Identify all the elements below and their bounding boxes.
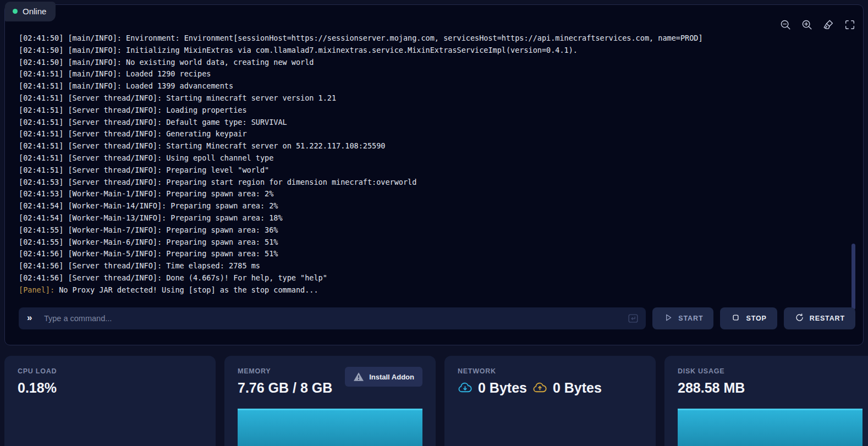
console-toolbar xyxy=(779,18,856,31)
panel-prefix: [Panel]: xyxy=(19,285,54,294)
panel-text: No Proxy JAR detected! Using [stop] as t… xyxy=(54,285,318,294)
stats-row: CPU LOAD 0.18% MEMORY 7.76 GB / 8 GB Ins… xyxy=(4,356,868,446)
cloud-upload-icon xyxy=(532,381,547,395)
memory-card: MEMORY 7.76 GB / 8 GB Install Addon xyxy=(224,356,436,446)
zoom-in-icon[interactable] xyxy=(800,18,814,31)
console-line: [02:41:54] [Worker-Main-13/INFO]: Prepar… xyxy=(19,212,854,224)
play-icon xyxy=(663,312,673,324)
clear-console-icon[interactable] xyxy=(822,18,835,31)
console-line: [02:41:51] [main/INFO]: Loaded 1399 adva… xyxy=(19,80,854,92)
stop-icon xyxy=(730,312,741,324)
network-download-value: 0 Bytes xyxy=(478,380,527,396)
install-addon-label: Install Addon xyxy=(369,373,414,381)
console-scrollbar-thumb[interactable] xyxy=(851,244,855,310)
disk-usage-value: 288.58 MB xyxy=(678,380,862,396)
command-input[interactable] xyxy=(19,307,646,329)
stop-button-label: STOP xyxy=(746,315,766,322)
restart-button[interactable]: RESTART xyxy=(784,307,855,329)
console-line: [02:41:51] [main/INFO]: Loaded 1290 reci… xyxy=(19,68,854,80)
console-line: [02:41:56] [Server thread/INFO]: Time el… xyxy=(19,260,854,272)
console-line: [02:41:50] [main/INFO]: Initializing Mix… xyxy=(19,45,854,57)
command-bar: » START STOP RESTART xyxy=(19,307,855,329)
disk-usage-chart xyxy=(678,409,862,446)
console-line: [02:41:51] [Server thread/INFO]: Prepari… xyxy=(19,164,854,177)
disk-usage-card: DISK USAGE 288.58 MB xyxy=(664,356,868,446)
start-button[interactable]: START xyxy=(652,307,713,329)
console-line: [02:41:55] [Worker-Main-6/INFO]: Prepari… xyxy=(19,236,854,249)
network-card: NETWORK 0 Bytes 0 Bytes xyxy=(444,356,656,446)
cpu-load-label: CPU LOAD xyxy=(18,367,202,375)
install-addon-button[interactable]: Install Addon xyxy=(345,367,422,387)
disk-usage-label: DISK USAGE xyxy=(678,367,862,375)
network-upload-value: 0 Bytes xyxy=(553,380,602,396)
console-line: [02:41:54] [Worker-Main-14/INFO]: Prepar… xyxy=(19,200,854,212)
network-label: NETWORK xyxy=(458,367,642,375)
console-line: [02:41:51] [Server thread/INFO]: Startin… xyxy=(19,140,854,152)
enter-key-icon xyxy=(627,312,639,327)
fullscreen-icon[interactable] xyxy=(843,18,856,31)
stop-button[interactable]: STOP xyxy=(720,307,777,329)
restart-icon xyxy=(794,312,805,324)
command-input-wrap: » xyxy=(19,307,646,329)
cpu-load-card: CPU LOAD 0.18% xyxy=(4,356,216,446)
network-values: 0 Bytes 0 Bytes xyxy=(458,380,642,396)
console-line: [02:41:53] [Server thread/INFO]: Prepari… xyxy=(19,177,854,189)
cpu-load-value: 0.18% xyxy=(18,380,202,396)
status-label: Online xyxy=(23,7,46,16)
console-line: [02:41:56] [Server thread/INFO]: Done (4… xyxy=(19,272,854,284)
restart-button-label: RESTART xyxy=(810,315,845,322)
console-line-panel: [Panel]: No Proxy JAR detected! Using [s… xyxy=(19,284,854,296)
console-line: [02:41:56] [Worker-Main-5/INFO]: Prepari… xyxy=(19,248,854,260)
console-log[interactable]: [02:41:50] [main/INFO]: Environment: Env… xyxy=(19,32,854,301)
double-chevron-right-icon: » xyxy=(27,312,32,324)
console-line: [02:41:51] [Server thread/INFO]: Default… xyxy=(19,117,854,129)
console-line: [02:41:50] [main/INFO]: No existing worl… xyxy=(19,57,854,69)
console-line: [02:41:51] [Server thread/INFO]: Using e… xyxy=(19,152,854,164)
console-line: [02:41:51] [Server thread/INFO]: Loading… xyxy=(19,104,854,117)
console-panel: [02:41:50] [main/INFO]: Environment: Env… xyxy=(4,4,864,345)
memory-usage-chart xyxy=(238,409,422,446)
status-badge: Online xyxy=(5,2,56,21)
console-line: [02:41:53] [Worker-Main-1/INFO]: Prepari… xyxy=(19,188,854,200)
console-line: [02:41:51] [Server thread/INFO]: Startin… xyxy=(19,92,854,104)
warning-icon xyxy=(353,372,364,382)
online-status-dot-icon xyxy=(13,9,18,14)
console-line: [02:41:50] [main/INFO]: Environment: Env… xyxy=(19,32,854,45)
console-line: [02:41:55] [Worker-Main-7/INFO]: Prepari… xyxy=(19,224,854,236)
cloud-download-icon xyxy=(458,381,473,395)
zoom-out-icon[interactable] xyxy=(779,18,792,31)
console-line: [02:41:51] [Server thread/INFO]: Generat… xyxy=(19,128,854,140)
start-button-label: START xyxy=(678,315,703,322)
